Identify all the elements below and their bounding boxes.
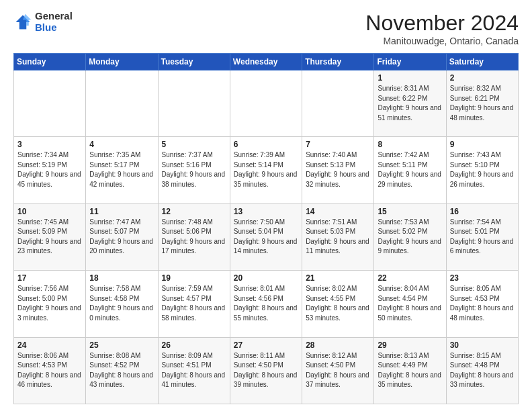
day-info: Sunrise: 7:54 AMSunset: 5:01 PMDaylight:… — [450, 218, 515, 257]
day-info: Sunrise: 8:13 AMSunset: 4:49 PMDaylight:… — [378, 351, 442, 390]
calendar-week-4: 24Sunrise: 8:06 AMSunset: 4:53 PMDayligh… — [14, 337, 519, 404]
day-info: Sunrise: 8:02 AMSunset: 4:55 PMDaylight:… — [306, 284, 370, 323]
day-number: 28 — [306, 340, 370, 350]
day-info: Sunrise: 7:48 AMSunset: 5:06 PMDaylight:… — [162, 218, 226, 257]
day-number: 2 — [450, 73, 515, 83]
calendar-table: SundayMondayTuesdayWednesdayThursdayFrid… — [13, 53, 519, 404]
day-number: 19 — [162, 273, 226, 283]
day-number: 4 — [89, 140, 154, 149]
header: General Blue November 2024 Manitouwadge,… — [13, 11, 519, 46]
day-number: 27 — [234, 340, 298, 350]
calendar-cell: 18Sunrise: 7:58 AMSunset: 4:58 PMDayligh… — [86, 271, 158, 337]
calendar-cell: 12Sunrise: 7:48 AMSunset: 5:06 PMDayligh… — [158, 203, 230, 270]
day-number: 21 — [306, 273, 370, 283]
day-info: Sunrise: 8:04 AMSunset: 4:54 PMDaylight:… — [378, 284, 442, 323]
calendar-cell: 25Sunrise: 8:08 AMSunset: 4:52 PMDayligh… — [86, 337, 158, 404]
calendar-cell: 23Sunrise: 8:05 AMSunset: 4:53 PMDayligh… — [446, 271, 518, 337]
day-number: 7 — [306, 140, 370, 149]
day-number: 24 — [17, 340, 82, 350]
day-number: 11 — [89, 207, 154, 216]
logo-blue: Blue — [35, 22, 73, 34]
calendar-cell: 6Sunrise: 7:39 AMSunset: 5:14 PMDaylight… — [230, 137, 302, 203]
logo-icon — [13, 13, 32, 32]
calendar-cell — [158, 71, 230, 137]
day-info: Sunrise: 8:11 AMSunset: 4:50 PMDaylight:… — [234, 351, 298, 390]
calendar-cell: 16Sunrise: 7:54 AMSunset: 5:01 PMDayligh… — [446, 203, 518, 270]
day-info: Sunrise: 7:58 AMSunset: 4:58 PMDaylight:… — [89, 284, 154, 323]
day-info: Sunrise: 7:43 AMSunset: 5:10 PMDaylight:… — [450, 150, 515, 189]
day-number: 13 — [234, 207, 298, 216]
day-info: Sunrise: 8:08 AMSunset: 4:52 PMDaylight:… — [89, 351, 154, 390]
day-info: Sunrise: 7:56 AMSunset: 5:00 PMDaylight:… — [17, 284, 82, 323]
day-info: Sunrise: 7:53 AMSunset: 5:02 PMDaylight:… — [378, 218, 442, 257]
calendar-cell: 26Sunrise: 8:09 AMSunset: 4:51 PMDayligh… — [158, 337, 230, 404]
month-title: November 2024 — [365, 11, 519, 36]
day-number: 18 — [89, 273, 154, 283]
calendar-cell: 5Sunrise: 7:37 AMSunset: 5:16 PMDaylight… — [158, 137, 230, 203]
calendar-cell: 17Sunrise: 7:56 AMSunset: 5:00 PMDayligh… — [14, 271, 86, 337]
col-header-sunday: Sunday — [14, 54, 86, 71]
day-number: 12 — [162, 207, 226, 216]
day-number: 10 — [17, 207, 82, 216]
day-info: Sunrise: 7:42 AMSunset: 5:11 PMDaylight:… — [378, 150, 442, 189]
day-info: Sunrise: 7:51 AMSunset: 5:03 PMDaylight:… — [306, 218, 370, 257]
calendar-cell: 11Sunrise: 7:47 AMSunset: 5:07 PMDayligh… — [86, 203, 158, 270]
day-number: 29 — [378, 340, 442, 350]
day-number: 15 — [378, 207, 442, 216]
day-number: 30 — [450, 340, 515, 350]
day-number: 5 — [162, 140, 226, 149]
calendar-cell: 7Sunrise: 7:40 AMSunset: 5:13 PMDaylight… — [302, 137, 374, 203]
day-number: 1 — [378, 73, 442, 83]
day-info: Sunrise: 8:09 AMSunset: 4:51 PMDaylight:… — [162, 351, 226, 390]
calendar-cell: 27Sunrise: 8:11 AMSunset: 4:50 PMDayligh… — [230, 337, 302, 404]
day-number: 17 — [17, 273, 82, 283]
day-info: Sunrise: 7:39 AMSunset: 5:14 PMDaylight:… — [234, 150, 298, 189]
day-number: 14 — [306, 207, 370, 216]
calendar-cell: 2Sunrise: 8:32 AMSunset: 6:21 PMDaylight… — [446, 71, 518, 137]
calendar-cell: 9Sunrise: 7:43 AMSunset: 5:10 PMDaylight… — [446, 137, 518, 203]
calendar-header-row: SundayMondayTuesdayWednesdayThursdayFrid… — [14, 54, 519, 71]
calendar-cell: 4Sunrise: 7:35 AMSunset: 5:17 PMDaylight… — [86, 137, 158, 203]
calendar-cell: 14Sunrise: 7:51 AMSunset: 5:03 PMDayligh… — [302, 203, 374, 270]
calendar-cell: 28Sunrise: 8:12 AMSunset: 4:50 PMDayligh… — [302, 337, 374, 404]
col-header-tuesday: Tuesday — [158, 54, 230, 71]
day-info: Sunrise: 8:01 AMSunset: 4:56 PMDaylight:… — [234, 284, 298, 323]
calendar-week-3: 17Sunrise: 7:56 AMSunset: 5:00 PMDayligh… — [14, 271, 519, 337]
col-header-saturday: Saturday — [446, 54, 518, 71]
day-number: 3 — [17, 140, 82, 149]
col-header-thursday: Thursday — [302, 54, 374, 71]
calendar-cell: 30Sunrise: 8:15 AMSunset: 4:48 PMDayligh… — [446, 337, 518, 404]
day-number: 22 — [378, 273, 442, 283]
day-number: 23 — [450, 273, 515, 283]
day-number: 25 — [89, 340, 154, 350]
calendar-cell — [14, 71, 86, 137]
day-number: 8 — [378, 140, 442, 149]
day-number: 26 — [162, 340, 226, 350]
day-info: Sunrise: 8:12 AMSunset: 4:50 PMDaylight:… — [306, 351, 370, 390]
calendar-cell: 1Sunrise: 8:31 AMSunset: 6:22 PMDaylight… — [374, 71, 446, 137]
calendar-cell: 24Sunrise: 8:06 AMSunset: 4:53 PMDayligh… — [14, 337, 86, 404]
day-info: Sunrise: 7:35 AMSunset: 5:17 PMDaylight:… — [89, 150, 154, 189]
location: Manitouwadge, Ontario, Canada — [365, 36, 519, 46]
calendar-cell: 8Sunrise: 7:42 AMSunset: 5:11 PMDaylight… — [374, 137, 446, 203]
calendar-cell — [302, 71, 374, 137]
calendar-week-1: 3Sunrise: 7:34 AMSunset: 5:19 PMDaylight… — [14, 137, 519, 203]
day-number: 9 — [450, 140, 515, 149]
calendar-cell: 21Sunrise: 8:02 AMSunset: 4:55 PMDayligh… — [302, 271, 374, 337]
calendar-cell: 19Sunrise: 7:59 AMSunset: 4:57 PMDayligh… — [158, 271, 230, 337]
col-header-monday: Monday — [86, 54, 158, 71]
logo-text: General Blue — [35, 11, 73, 33]
col-header-friday: Friday — [374, 54, 446, 71]
day-info: Sunrise: 7:40 AMSunset: 5:13 PMDaylight:… — [306, 150, 370, 189]
calendar-cell — [230, 71, 302, 137]
day-info: Sunrise: 7:45 AMSunset: 5:09 PMDaylight:… — [17, 218, 82, 257]
day-number: 16 — [450, 207, 515, 216]
day-info: Sunrise: 8:06 AMSunset: 4:53 PMDaylight:… — [17, 351, 82, 390]
day-info: Sunrise: 7:37 AMSunset: 5:16 PMDaylight:… — [162, 150, 226, 189]
day-info: Sunrise: 7:34 AMSunset: 5:19 PMDaylight:… — [17, 150, 82, 189]
day-number: 6 — [234, 140, 298, 149]
calendar-cell: 22Sunrise: 8:04 AMSunset: 4:54 PMDayligh… — [374, 271, 446, 337]
calendar-cell: 13Sunrise: 7:50 AMSunset: 5:04 PMDayligh… — [230, 203, 302, 270]
day-info: Sunrise: 8:05 AMSunset: 4:53 PMDaylight:… — [450, 284, 515, 323]
calendar-cell: 3Sunrise: 7:34 AMSunset: 5:19 PMDaylight… — [14, 137, 86, 203]
